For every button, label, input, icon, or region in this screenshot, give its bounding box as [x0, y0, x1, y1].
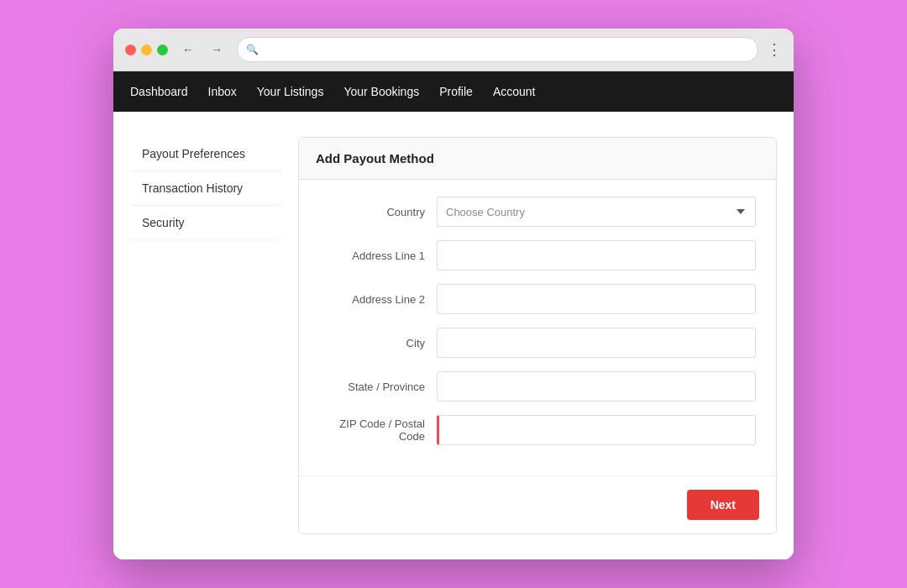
forward-button[interactable]: →	[205, 38, 228, 61]
next-button[interactable]: Next	[687, 490, 759, 520]
zip-input[interactable]	[437, 415, 756, 445]
address-bar: 🔍	[237, 37, 758, 62]
maximize-button[interactable]	[157, 45, 168, 55]
nav-bar: Dashboard Inbox Your Listings Your Booki…	[113, 71, 794, 112]
sidebar-item-security[interactable]: Security	[130, 206, 281, 240]
city-label: City	[319, 337, 437, 349]
browser-menu-button[interactable]: ⋮	[767, 40, 782, 59]
browser-window: ← → 🔍 ⋮ Dashboard Inbox Your Listings Yo…	[113, 29, 794, 559]
sidebar-item-transaction-history[interactable]: Transaction History	[130, 171, 281, 206]
zip-label: ZIP Code / Postal Code	[319, 417, 437, 443]
address-line-2-row: Address Line 2	[319, 284, 756, 314]
back-button[interactable]: ←	[176, 38, 200, 61]
address-line-2-input[interactable]	[437, 284, 756, 314]
traffic-lights	[125, 45, 168, 55]
sidebar-item-payout-preferences[interactable]: Payout Preferences	[130, 137, 281, 171]
city-row: City	[319, 328, 756, 358]
state-row: State / Province	[319, 371, 756, 402]
url-input[interactable]	[264, 44, 749, 55]
nav-item-profile[interactable]: Profile	[439, 85, 473, 98]
address-line-2-label: Address Line 2	[319, 293, 437, 306]
form-panel: Add Payout Method Country Choose Country…	[298, 137, 777, 534]
address-line-1-label: Address Line 1	[319, 249, 437, 262]
browser-chrome: ← → 🔍 ⋮	[113, 29, 794, 71]
nav-item-dashboard[interactable]: Dashboard	[130, 85, 188, 98]
state-label: State / Province	[319, 381, 437, 393]
main-content: Payout Preferences Transaction History S…	[113, 112, 794, 559]
minimize-button[interactable]	[141, 45, 152, 55]
nav-item-inbox[interactable]: Inbox	[208, 85, 237, 98]
city-input[interactable]	[437, 328, 756, 358]
address-line-1-row: Address Line 1	[319, 240, 756, 270]
form-footer: Next	[299, 475, 776, 533]
state-input[interactable]	[437, 371, 756, 402]
form-panel-title: Add Payout Method	[299, 138, 776, 180]
nav-item-your-bookings[interactable]: Your Bookings	[343, 85, 419, 98]
nav-buttons: ← →	[176, 38, 228, 61]
close-button[interactable]	[125, 45, 136, 55]
form-body: Country Choose Country United States Uni…	[299, 180, 776, 475]
sidebar: Payout Preferences Transaction History S…	[130, 137, 281, 534]
country-label: Country	[319, 206, 437, 218]
zip-row: ZIP Code / Postal Code	[319, 415, 756, 445]
country-row: Country Choose Country United States Uni…	[319, 197, 756, 227]
country-select[interactable]: Choose Country United States United King…	[437, 197, 756, 227]
nav-item-account[interactable]: Account	[493, 85, 536, 98]
search-icon: 🔍	[246, 44, 259, 55]
address-line-1-input[interactable]	[437, 240, 756, 270]
nav-item-your-listings[interactable]: Your Listings	[257, 85, 324, 98]
